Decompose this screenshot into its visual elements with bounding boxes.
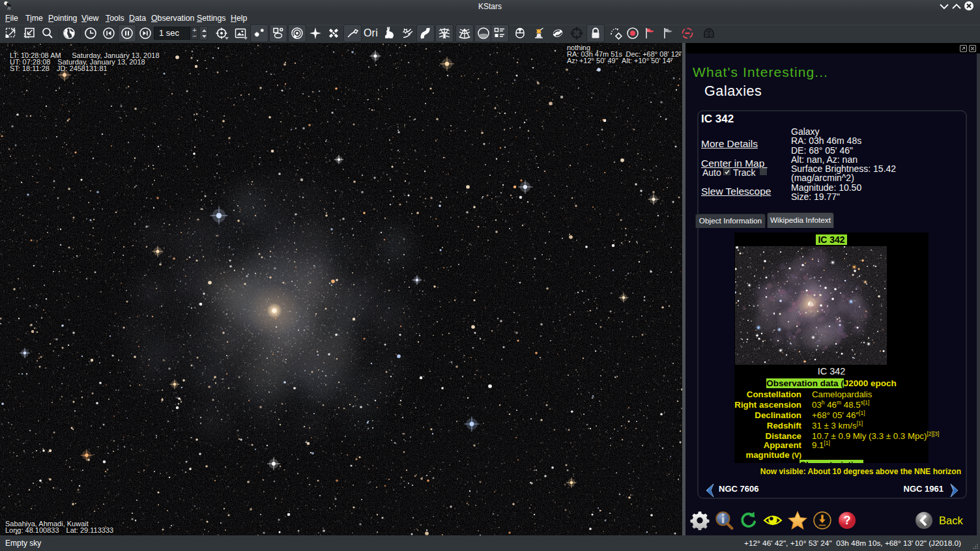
svg-text:?: ? xyxy=(843,514,850,527)
